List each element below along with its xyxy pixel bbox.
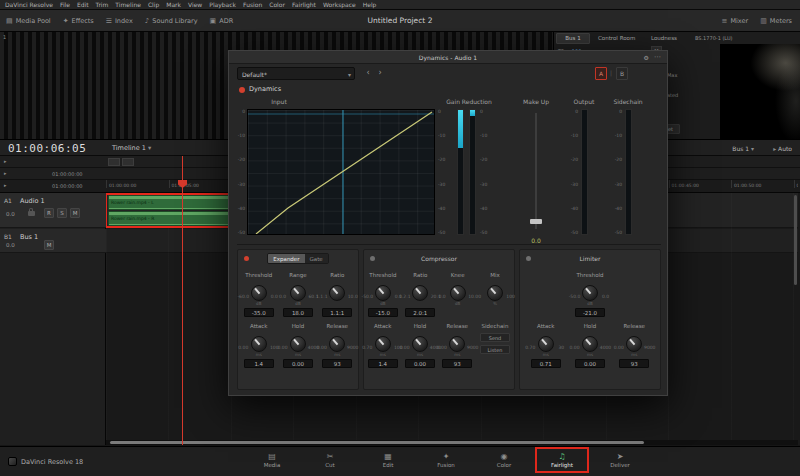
knob-value[interactable]: 1.4 [244, 359, 274, 368]
knob-cell[interactable]: Ratio 1.2:1 20:1 2.0:1 [402, 271, 439, 317]
bus-selector[interactable]: Bus 1 ▾ [732, 145, 754, 152]
h-scroll-thumb[interactable] [110, 441, 644, 444]
page-button[interactable]: ◉ Color [480, 450, 528, 470]
menu-item[interactable]: Fairlight [292, 1, 316, 8]
knob-value[interactable]: 1.4 [368, 359, 398, 368]
menu-item[interactable]: Clip [148, 1, 159, 8]
gate-tab[interactable]: Gate [305, 254, 328, 263]
knob-cell[interactable]: Attack 0.00 100 ms 1.4 [240, 322, 277, 368]
knob-cell[interactable]: Threshold -50.0 0.0 dB -21.0 [572, 271, 609, 317]
knob-value[interactable]: 93 [322, 359, 352, 368]
compressor-enable-dot[interactable] [370, 256, 375, 261]
makeup-slider-track[interactable] [535, 113, 537, 229]
dynamics-enable-dot[interactable] [239, 87, 245, 93]
knob-dial[interactable] [290, 336, 306, 352]
sidechain-send-button[interactable]: Send [480, 333, 510, 342]
knob-value[interactable]: 0.00 [575, 359, 605, 368]
knob-cell[interactable]: Hold 0.00 4000 ms 0.00 [402, 322, 439, 368]
menu-item[interactable]: Playback [209, 1, 236, 8]
audio-clip-left[interactable]: Rower rain.mp4 - L [108, 195, 229, 210]
toolbar-button[interactable]: ♪ Sound Library [145, 17, 198, 25]
limiter-enable-dot[interactable] [526, 256, 531, 261]
settings-icon[interactable]: ⚙ [644, 54, 649, 61]
vertical-scrollbar[interactable] [794, 195, 797, 285]
solo-button[interactable]: S [57, 208, 67, 218]
toolbar-button[interactable]: ▥ Meters [760, 17, 792, 25]
page-button[interactable]: ▦ Edit [364, 450, 412, 470]
more-icon[interactable]: ⋯ [654, 53, 661, 61]
ab-compare-a[interactable]: A [595, 67, 607, 80]
track-header-b1[interactable]: B1 Bus 1 0.0 M [0, 229, 106, 253]
knob-dial[interactable] [538, 336, 554, 352]
menu-item[interactable]: Fusion [243, 1, 262, 8]
knob-dial[interactable] [487, 285, 503, 301]
dynamics-titlebar[interactable]: Dynamics - Audio 1 ⚙ ⋯ [229, 51, 667, 64]
audio-clip-right[interactable]: Rower rain.mp4 - R [108, 211, 229, 226]
knob-dial[interactable] [450, 285, 466, 301]
lock-icon[interactable] [28, 211, 35, 216]
sidechain-listen-button[interactable]: Listen [480, 345, 510, 354]
knob-value[interactable]: 93 [619, 359, 649, 368]
knob-cell[interactable]: Knee 0.0 10.0 dB [439, 271, 476, 317]
knob-value[interactable]: 0.71 [531, 359, 561, 368]
bus-tab[interactable]: Bus 1 [556, 33, 590, 44]
knob-dial[interactable] [375, 336, 391, 352]
knob-dial[interactable] [329, 336, 345, 352]
toolbar-button[interactable]: ☰ Index [106, 17, 133, 25]
page-button[interactable]: ✦ Fusion [422, 450, 470, 470]
mute-button[interactable]: M [44, 240, 54, 250]
knob-dial[interactable] [582, 336, 598, 352]
makeup-slider-handle[interactable] [530, 219, 542, 224]
knob-dial[interactable] [251, 336, 267, 352]
page-button[interactable]: ➤ Deliver [596, 450, 644, 470]
preset-next-button[interactable]: › [375, 67, 385, 80]
knob-value[interactable]: 18.0 [283, 308, 313, 317]
h-scroll-track[interactable] [106, 440, 798, 445]
knob-cell[interactable]: Range 0.0 60.1 dB 18.0 [280, 271, 317, 317]
menu-item[interactable]: Workspace [323, 1, 356, 8]
knob-value[interactable]: 0.00 [405, 359, 435, 368]
track-gain[interactable]: 0.0 [6, 211, 15, 217]
track-header-a1[interactable]: A1 Audio 1 0.0 R S M [0, 193, 106, 228]
knob-cell[interactable]: Mix 0 100 % [477, 271, 514, 317]
knob-dial[interactable] [582, 285, 598, 301]
menu-item[interactable]: Color [269, 1, 285, 8]
record-arm-button[interactable]: R [44, 208, 54, 218]
knob-cell[interactable]: Attack 0.70 100 ms 1.4 [364, 322, 401, 368]
ab-compare-b[interactable]: B [616, 67, 628, 80]
timecode-display[interactable]: 01:00:06:05 [8, 142, 86, 155]
menu-item[interactable]: Edit [77, 1, 89, 8]
preset-prev-button[interactable]: ‹ [363, 67, 373, 80]
chevron-icon[interactable]: ▸ [4, 158, 7, 164]
knob-dial[interactable] [412, 285, 428, 301]
page-button[interactable]: ▤ Media [248, 450, 296, 470]
menu-item[interactable]: File [60, 1, 70, 8]
preset-dropdown[interactable]: Default* ▾ [237, 67, 355, 80]
menu-item[interactable]: Mark [166, 1, 181, 8]
knob-cell[interactable]: Hold 0.00 4000 ms 0.00 [280, 322, 317, 368]
chevron-icon[interactable]: ▸ [4, 182, 7, 188]
view-toggle-grid[interactable] [108, 158, 120, 166]
knob-cell[interactable]: Release 0.00 9000 ms 93 [616, 322, 653, 368]
timeline-selector[interactable]: Timeline 1 ▾ [112, 144, 151, 152]
knob-cell[interactable]: Attack 0.70 30 ms 0.71 [527, 322, 564, 368]
playhead[interactable] [182, 156, 183, 445]
toolbar-button[interactable]: ▣ ADR [210, 17, 234, 25]
chevron-icon[interactable]: ▸ [4, 170, 7, 176]
knob-value[interactable]: -21.0 [575, 308, 605, 317]
toolbar-button[interactable]: ▤ Media Pool [6, 17, 51, 25]
expander-enable-dot[interactable] [244, 256, 249, 261]
mute-button[interactable]: M [70, 208, 80, 218]
knob-dial[interactable] [329, 285, 345, 301]
track-gain[interactable]: 0.0 [6, 242, 15, 248]
expander-tab[interactable]: Expander [268, 254, 304, 263]
page-button[interactable]: ♫ Fairlight [538, 450, 586, 470]
knob-dial[interactable] [290, 285, 306, 301]
knob-value[interactable]: 0.00 [283, 359, 313, 368]
knob-value[interactable]: -35.0 [244, 308, 274, 317]
knob-value[interactable]: 93 [442, 359, 472, 368]
knob-dial[interactable] [626, 336, 642, 352]
knob-dial[interactable] [449, 336, 465, 352]
knob-cell[interactable]: Release 0.00 9000 ms 93 [439, 322, 476, 368]
page-button[interactable]: ✂ Cut [306, 450, 354, 470]
